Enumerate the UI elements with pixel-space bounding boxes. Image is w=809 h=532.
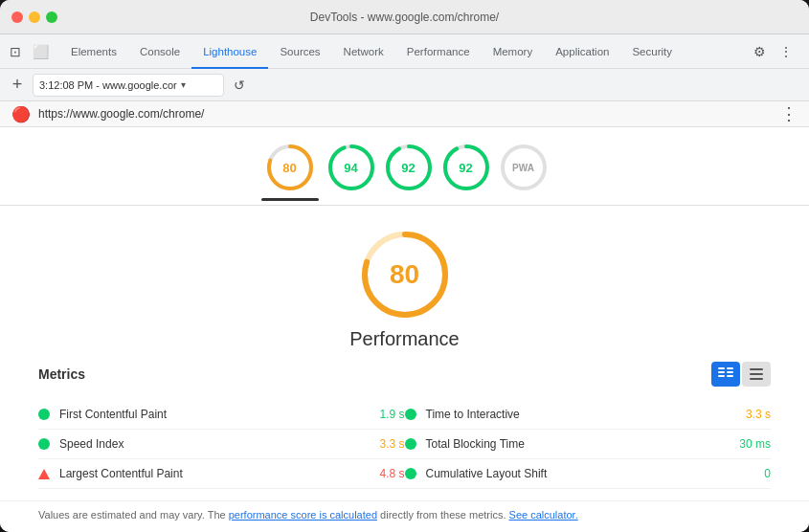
svg-rect-18 (750, 373, 763, 375)
svg-rect-11 (718, 367, 725, 369)
metric-dot-tbt (405, 438, 416, 450)
tab-lighthouse[interactable]: Lighthouse (191, 35, 268, 69)
lighthouse-icon: 🔴 (11, 105, 31, 123)
main-score-title: Performance (349, 328, 460, 350)
cursor-icon[interactable]: ⊡ (4, 40, 27, 63)
tab-sources[interactable]: Sources (268, 35, 331, 69)
close-button[interactable] (11, 11, 23, 23)
metric-value-tti: 3.3 s (746, 408, 771, 421)
score-circle-access-ring: 94 (326, 143, 376, 192)
metric-dot-si (38, 438, 50, 450)
metric-row-tti: Time to Interactive 3.3 s (405, 400, 772, 430)
tab-console[interactable]: Console (128, 35, 191, 69)
tab-application[interactable]: Application (544, 35, 620, 69)
metric-name-tbt: Total Blocking Time (426, 437, 723, 451)
svg-rect-19 (750, 378, 763, 380)
lighthouse-url-bar: 🔴 https://www.google.com/chrome/ ⋮ (0, 101, 809, 127)
metric-name-tti: Time to Interactive (426, 408, 729, 421)
grid-view-button[interactable] (711, 362, 740, 387)
score-pwa-value: PWA (512, 163, 534, 173)
score-circle-pwa-ring: PWA (499, 143, 549, 192)
score-circle-best-practices[interactable]: 92 (384, 143, 434, 201)
grid-icon (718, 367, 733, 381)
metric-value-cls: 0 (764, 467, 771, 480)
metric-row-fcp: First Contentful Paint 1.9 s (38, 400, 405, 430)
metric-name-si: Speed Index (59, 437, 362, 451)
more-options-icon[interactable]: ⋮ (775, 40, 798, 63)
svg-rect-13 (718, 375, 725, 377)
metric-name-fcp: First Contentful Paint (59, 408, 362, 421)
add-tab-button[interactable]: + (8, 76, 27, 95)
address-input-wrap: 3:12:08 PM - www.google.cor ▾ (33, 74, 224, 97)
metric-value-tbt: 30 ms (739, 437, 771, 451)
score-seo-value: 92 (459, 161, 472, 175)
lighthouse-panel: 🔴 https://www.google.com/chrome/ ⋮ 80 (0, 101, 809, 532)
score-circle-seo-ring: 92 (441, 143, 491, 192)
devtools-tab-bar: ⊡ ⬜ Elements Console Lighthouse Sources … (0, 34, 809, 69)
settings-icon[interactable]: ⚙ (748, 40, 771, 63)
metric-dot-cls (405, 468, 416, 479)
devtools-end-controls: ⚙ ⋮ (740, 34, 805, 68)
title-bar: DevTools - www.google.com/chrome/ (0, 0, 809, 34)
main-score-circle: 80 (359, 229, 451, 321)
score-circle-seo[interactable]: 92 (441, 143, 491, 201)
metrics-title: Metrics (38, 366, 85, 382)
metric-row-lcp: Largest Contentful Paint 4.8 s (38, 459, 405, 489)
svg-rect-14 (727, 367, 733, 369)
minimize-button[interactable] (29, 11, 40, 23)
tab-network[interactable]: Network (332, 35, 395, 69)
score-circle-performance[interactable]: 80 (261, 143, 319, 201)
score-circle-pwa[interactable]: PWA (499, 143, 549, 201)
metrics-section: Metrics (0, 362, 809, 500)
footer-link-calculator[interactable]: See calculator. (509, 509, 578, 521)
maximize-button[interactable] (46, 11, 57, 23)
score-access-value: 94 (344, 161, 357, 175)
score-circle-best-ring: 92 (384, 143, 434, 192)
device-icon[interactable]: ⬜ (29, 40, 52, 63)
score-best-value: 92 (401, 161, 415, 175)
list-icon (750, 368, 763, 380)
main-score-value: 80 (390, 259, 419, 290)
tab-security[interactable]: Security (620, 35, 684, 69)
score-perf-value: 80 (282, 161, 296, 175)
footer-note: Values are estimated and may vary. The p… (0, 500, 809, 532)
metric-row-si: Speed Index 3.3 s (38, 430, 405, 459)
metric-dot-fcp (38, 409, 50, 420)
metric-value-fcp: 1.9 s (379, 408, 404, 421)
footer-link-score[interactable]: performance score is calculated (229, 509, 377, 521)
metric-row-tbt: Total Blocking Time 30 ms (405, 430, 772, 459)
main-score-area: 80 Performance (0, 206, 809, 362)
lighthouse-url: https://www.google.com/chrome/ (38, 107, 204, 121)
footer-text: Values are estimated and may vary. The (38, 509, 229, 521)
score-circle-perf-ring: 80 (265, 143, 315, 192)
metrics-grid: First Contentful Paint 1.9 s Time to Int… (38, 400, 771, 489)
metric-name-cls: Cumulative Layout Shift (426, 467, 748, 480)
address-bar: + 3:12:08 PM - www.google.cor ▾ ↺ (0, 69, 809, 101)
score-circle-accessibility[interactable]: 94 (326, 143, 376, 201)
metric-triangle-lcp (38, 469, 50, 479)
metrics-view-buttons (711, 362, 771, 387)
svg-rect-15 (727, 371, 733, 373)
tab-memory[interactable]: Memory (482, 35, 545, 69)
address-dropdown-icon[interactable]: ▾ (181, 79, 186, 90)
metrics-header: Metrics (38, 362, 771, 390)
footer-mid: directly from these metrics. (377, 509, 509, 521)
metric-name-lcp: Largest Contentful Paint (59, 467, 362, 480)
address-input[interactable]: 3:12:08 PM - www.google.cor (39, 79, 177, 91)
tab-performance[interactable]: Performance (395, 35, 482, 69)
devtools-controls: ⊡ ⬜ (4, 34, 59, 68)
score-circles-row: 80 94 (0, 127, 809, 206)
window-title: DevTools - www.google.com/chrome/ (310, 11, 499, 24)
devtools-window: DevTools - www.google.com/chrome/ ⊡ ⬜ El… (0, 0, 809, 532)
reload-icon[interactable]: ↺ (230, 76, 249, 95)
lighthouse-menu-button[interactable]: ⋮ (780, 103, 798, 124)
svg-rect-12 (718, 371, 725, 373)
metric-dot-tti (405, 409, 416, 420)
tab-elements[interactable]: Elements (59, 35, 128, 69)
svg-rect-16 (727, 375, 733, 377)
metric-value-lcp: 4.8 s (379, 467, 404, 480)
metric-value-si: 3.3 s (379, 437, 404, 451)
svg-rect-17 (750, 368, 763, 370)
traffic-lights (11, 11, 57, 23)
list-view-button[interactable] (742, 362, 771, 387)
